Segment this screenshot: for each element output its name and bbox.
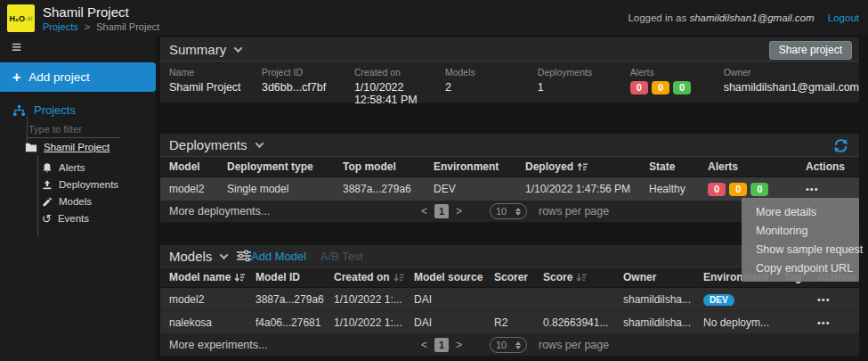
col-header-model[interactable]: Model — [160, 160, 218, 173]
history-icon: ↺ — [42, 213, 52, 225]
col-header-score[interactable]: Score — [534, 271, 614, 283]
model-row[interactable]: model2 3887a...279a6 1/10/2022 1:... DAI… — [160, 288, 859, 311]
share-project-button[interactable]: Share project — [769, 41, 852, 60]
cell-model[interactable]: model2 — [160, 183, 218, 195]
col-header-model-source[interactable]: Model source — [405, 271, 485, 283]
sort-desc-icon — [234, 273, 246, 283]
sort-asc-icon — [577, 162, 588, 172]
pager-page-number[interactable]: 1 — [434, 204, 449, 218]
tree-item-alerts[interactable]: Alerts — [42, 160, 85, 176]
menu-item-show-sample-request[interactable]: Show sample request — [742, 240, 859, 258]
pager-prev-icon[interactable]: < — [421, 205, 427, 217]
summary-field-models: Models 2 — [445, 67, 538, 103]
summary-panel: Summary Share project Name Shamil Projec… — [160, 37, 859, 103]
pager-page-number[interactable]: 1 — [434, 338, 449, 352]
sidebar-item-projects[interactable]: Projects — [12, 103, 76, 117]
col-header-environment[interactable]: Environment — [425, 160, 516, 173]
env-dev-badge[interactable]: DEV — [703, 294, 734, 306]
row-actions-menu-icon[interactable]: ••• — [808, 294, 859, 305]
alert-badge-orange[interactable]: 0 — [652, 81, 669, 94]
add-project-button[interactable]: + Add project — [0, 62, 156, 92]
logo-suffix: .ai — [25, 14, 32, 22]
summary-field-name: Name Shamil Project — [169, 67, 262, 103]
add-project-label: Add project — [28, 70, 89, 84]
models-title: Models — [169, 249, 212, 264]
col-header-alerts[interactable]: Alerts — [699, 160, 797, 173]
col-header-deployed[interactable]: Deployed — [516, 160, 640, 173]
breadcrumb-projects-link[interactable]: Projects — [43, 21, 78, 32]
breadcrumb: Projects>Shamil Project — [43, 21, 159, 32]
pencil-icon — [42, 196, 53, 208]
alert-badge-red[interactable]: 0 — [630, 81, 648, 94]
filter-sliders-icon[interactable] — [236, 250, 252, 262]
col-header-deployment-type[interactable]: Deployment type — [218, 160, 334, 173]
tree-item-events[interactable]: ↺ Events — [42, 210, 89, 226]
cell-model-source: DAI — [405, 316, 485, 329]
stepper-arrows-icon[interactable] — [515, 341, 521, 349]
col-header-state[interactable]: State — [640, 160, 699, 173]
app-root: H₂O.ai Shamil Project Projects>Shamil Pr… — [0, 0, 868, 361]
logout-link[interactable]: Logout — [828, 12, 859, 23]
row-actions-menu-icon[interactable]: ••• — [797, 184, 859, 194]
alert-badge-green[interactable]: 0 — [750, 183, 768, 196]
col-header-scorer[interactable]: Scorer — [485, 271, 534, 283]
menu-item-copy-endpoint-url[interactable]: Copy endpoint URL — [742, 258, 859, 277]
deployments-title: Deployments — [169, 137, 247, 152]
tree-item-shamil-project[interactable]: Shamil Project — [25, 142, 110, 152]
pager-next-icon[interactable]: > — [456, 339, 462, 351]
field-label: Project ID — [262, 67, 354, 78]
cell-owner: shamildilsha... — [614, 293, 694, 306]
summary-header: Summary Share project — [160, 37, 859, 62]
col-header-top-model[interactable]: Top model — [334, 160, 425, 173]
cell-deployed: 1/10/2022 1:47:56 PM — [516, 183, 640, 195]
alert-badge-red[interactable]: 0 — [708, 183, 726, 196]
breadcrumb-current: Shamil Project — [96, 21, 159, 32]
summary-body: Name Shamil Project Project ID 3d6bb...c… — [160, 62, 859, 103]
cell-model-name[interactable]: model2 — [160, 293, 247, 306]
rows-per-page-stepper[interactable]: 10 — [490, 337, 527, 353]
alert-badges: 000 — [630, 81, 724, 94]
more-experiments-link[interactable]: More experiments... — [169, 339, 267, 351]
alert-badge-green[interactable]: 0 — [673, 81, 691, 94]
tree-item-label: Models — [59, 196, 92, 207]
more-deployments-link[interactable]: More deployments... — [169, 205, 270, 217]
chevron-down-icon[interactable] — [255, 139, 264, 148]
summary-field-owner: Owner shamildilshan1@gmail.com — [724, 67, 859, 103]
menu-item-more-details[interactable]: More details — [742, 202, 859, 221]
chevron-down-icon[interactable] — [234, 44, 243, 53]
tree-item-models[interactable]: Models — [42, 193, 92, 209]
h2o-logo[interactable]: H₂O.ai — [7, 4, 35, 32]
add-model-button[interactable]: Add Model — [251, 250, 306, 263]
menu-item-monitoring[interactable]: Monitoring — [742, 221, 859, 240]
tree-item-deployments[interactable]: Deployments — [42, 176, 118, 193]
col-header-model-id[interactable]: Model ID — [247, 271, 325, 283]
pager-next-icon[interactable]: > — [456, 205, 462, 217]
summary-field-deployments: Deployments 1 — [538, 67, 630, 103]
stepper-arrows-icon[interactable] — [515, 208, 521, 216]
model-row[interactable]: nalekosa f4a06...27681 1/10/2022 1:... D… — [160, 311, 859, 334]
cell-score: 0.82663941... — [534, 316, 614, 329]
tree-item-label: Events — [58, 213, 89, 224]
rows-per-page-stepper[interactable]: 10 — [490, 203, 527, 219]
rows-per-page-label: rows per page — [539, 339, 609, 351]
hamburger-menu-icon[interactable]: ≡ — [12, 37, 21, 57]
row-actions-menu-icon[interactable]: ••• — [808, 317, 859, 328]
cell-model-name[interactable]: nalekosa — [160, 316, 247, 329]
tree-project-label: Shamil Project — [44, 142, 110, 152]
alert-badge-orange[interactable]: 0 — [729, 183, 747, 196]
rows-per-page-value: 10 — [496, 206, 507, 217]
breadcrumb-separator: > — [85, 21, 90, 32]
pager-prev-icon[interactable]: < — [421, 339, 427, 351]
refresh-icon[interactable] — [833, 138, 848, 153]
col-header-owner[interactable]: Owner — [614, 271, 694, 283]
field-label: Alerts — [630, 67, 724, 78]
projects-label: Projects — [34, 103, 76, 117]
field-value: 2 — [445, 81, 538, 94]
chevron-down-icon[interactable] — [220, 250, 229, 259]
filter-input[interactable] — [27, 121, 119, 138]
col-header-actions: Actions — [797, 160, 859, 173]
col-header-created-on[interactable]: Created on — [325, 271, 405, 283]
cell-model-id: 3887a...279a6 — [247, 293, 325, 306]
cell-state: Healthy — [640, 183, 699, 195]
col-header-model-name[interactable]: Model name — [160, 271, 247, 283]
